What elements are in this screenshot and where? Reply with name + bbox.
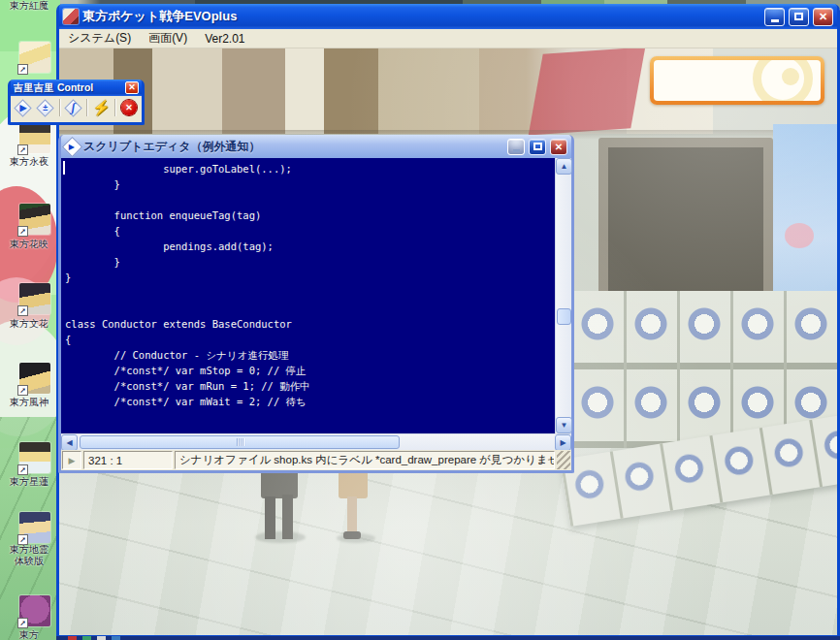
horizontal-scrollbar[interactable]: ◀ ▶ bbox=[61, 433, 571, 450]
vertical-scroll-thumb[interactable] bbox=[557, 308, 571, 325]
desktop-icon-label[interactable]: 東方永夜 bbox=[0, 155, 58, 169]
kirikiri-control-window: 吉里吉里 Control ✕ ▶ ± ʃ ⚡ ✕ bbox=[8, 80, 145, 125]
cursor-position: 321 : 1 bbox=[83, 451, 173, 469]
desktop-icon-label[interactable]: 東方紅魔 bbox=[0, 0, 58, 13]
editor-title: スクリプトエディタ（例外通知） bbox=[83, 139, 503, 155]
menu-view[interactable]: 画面(V) bbox=[140, 28, 196, 48]
stop-x-icon: ✕ bbox=[121, 100, 137, 115]
shortcut-arrow-icon: ➚ bbox=[17, 618, 28, 628]
app-icon bbox=[63, 9, 79, 24]
game-name-frame-inner bbox=[654, 60, 821, 101]
toolbar-separator bbox=[59, 99, 60, 116]
scroll-right-button[interactable]: ▶ bbox=[555, 434, 571, 451]
toolbar-separator bbox=[114, 99, 115, 116]
main-menubar: システム(S) 画面(V) Ver2.01 bbox=[59, 29, 837, 48]
scroll-left-button[interactable]: ◀ bbox=[61, 434, 78, 451]
shortcut-arrow-icon: ➚ bbox=[17, 64, 28, 75]
menu-version[interactable]: Ver2.01 bbox=[196, 30, 253, 48]
bg-tv-screen bbox=[598, 138, 773, 304]
maximize-button[interactable] bbox=[789, 8, 809, 26]
editor-statusbar: ▶ 321 : 1 シナリオファイル shop.ks 内にラベル *card_d… bbox=[61, 450, 571, 470]
desktop-icon-eiyashou[interactable]: ➚ bbox=[19, 122, 50, 153]
shortcut-arrow-icon: ➚ bbox=[17, 385, 28, 396]
vertical-scrollbar[interactable]: ▲ ▼ bbox=[555, 158, 571, 433]
shortcut-arrow-icon: ➚ bbox=[17, 464, 28, 475]
plus-minus-icon: ± bbox=[43, 104, 48, 112]
control-toolbar: ▶ ± ʃ ⚡ ✕ bbox=[11, 96, 142, 119]
horizontal-scroll-track[interactable] bbox=[78, 434, 555, 450]
desktop-icon-label[interactable]: 東方花映 bbox=[0, 238, 58, 251]
bg-person bbox=[265, 496, 275, 539]
desktop-icon-label[interactable]: 東方 bbox=[0, 628, 58, 640]
editor-maximize-button[interactable] bbox=[529, 139, 546, 155]
scroll-down-button[interactable]: ▼ bbox=[556, 417, 572, 433]
desktop-icon-fuujinroku[interactable]: ➚ bbox=[19, 363, 50, 394]
script-editor-window: ▶ スクリプトエディタ（例外通知） ✕ super.goToLabel(...)… bbox=[58, 135, 574, 473]
bg-person bbox=[343, 531, 361, 539]
editor-play-icon: ▶ bbox=[62, 136, 82, 156]
taskbar-fragment bbox=[112, 636, 120, 640]
bg-red-banner bbox=[529, 48, 646, 136]
code-text: super.goToLabel(...); } function enqueue… bbox=[61, 158, 555, 409]
play-icon: ▶ bbox=[19, 104, 26, 112]
bg-person bbox=[347, 496, 357, 535]
desktop-icon-kaeizuka[interactable]: ➚ bbox=[19, 204, 50, 235]
desktop-icon-bunkachou[interactable]: ➚ bbox=[19, 283, 50, 314]
shortcut-arrow-icon: ➚ bbox=[17, 226, 28, 237]
taskbar-sliver bbox=[56, 636, 840, 640]
desktop-icon-chireiden[interactable]: ➚ bbox=[19, 512, 50, 543]
menu-system[interactable]: システム(S) bbox=[59, 28, 140, 48]
desktop-icon-label[interactable]: 東方星蓮 bbox=[0, 475, 58, 489]
editor-close-button[interactable]: ✕ bbox=[550, 139, 567, 155]
taskbar-fragment bbox=[82, 636, 91, 640]
taskbar-fragment bbox=[68, 636, 77, 640]
control-close-button[interactable]: ✕ bbox=[125, 81, 139, 94]
desktop-icon-label[interactable]: 東方文花 bbox=[0, 317, 58, 331]
game-name-frame bbox=[650, 56, 824, 105]
desktop-icon-label-line2[interactable]: 体験版 bbox=[0, 555, 58, 568]
script-icon: ʃ bbox=[72, 102, 76, 113]
vertical-scroll-track[interactable] bbox=[556, 175, 571, 417]
code-editor[interactable]: super.goToLabel(...); } function enqueue… bbox=[61, 158, 555, 433]
main-window-title: 東方ポケット戦争EVOplus bbox=[82, 8, 760, 25]
text-caret bbox=[63, 161, 65, 175]
horizontal-scroll-thumb[interactable] bbox=[80, 435, 400, 449]
scroll-up-button[interactable]: ▲ bbox=[556, 158, 572, 175]
desktop-icon-label[interactable]: 東方風神 bbox=[0, 396, 58, 409]
main-window-titlebar[interactable]: 東方ポケット戦争EVOplus ✕ bbox=[59, 4, 837, 29]
editor-titlebar[interactable]: ▶ スクリプトエディタ（例外通知） ✕ bbox=[61, 135, 571, 158]
yinyang-dot-icon bbox=[782, 68, 799, 85]
shortcut-arrow-icon: ➚ bbox=[17, 305, 28, 316]
step-button[interactable]: ± bbox=[35, 98, 56, 118]
editor-minimize-button[interactable] bbox=[507, 139, 525, 155]
resize-grip[interactable] bbox=[557, 451, 570, 469]
run-button[interactable]: ▶ bbox=[13, 98, 34, 118]
reload-button[interactable]: ⚡ bbox=[90, 98, 112, 118]
desktop-icon-koumakyou[interactable]: ➚ bbox=[19, 42, 50, 73]
desktop-icon-bottom[interactable]: ➚ bbox=[19, 595, 50, 626]
lightning-icon: ⚡ bbox=[92, 99, 111, 116]
script-button[interactable]: ʃ bbox=[63, 98, 84, 118]
control-titlebar[interactable]: 吉里吉里 Control ✕ bbox=[11, 80, 142, 96]
run-indicator-icon[interactable]: ▶ bbox=[62, 451, 81, 469]
shortcut-arrow-icon: ➚ bbox=[17, 144, 28, 155]
minimize-button[interactable] bbox=[764, 8, 785, 26]
stop-button[interactable]: ✕ bbox=[118, 98, 140, 118]
bg-person bbox=[282, 495, 293, 539]
close-button[interactable]: ✕ bbox=[813, 8, 833, 26]
bg-poster-detail bbox=[785, 223, 814, 248]
taskbar-fragment bbox=[97, 636, 106, 640]
toolbar-separator bbox=[86, 99, 87, 116]
desktop-icon-seirensen[interactable]: ➚ bbox=[19, 442, 50, 473]
status-message: シナリオファイル shop.ks 内にラベル *card_draw_prepar… bbox=[175, 451, 555, 469]
control-title: 吉里吉里 Control bbox=[14, 81, 121, 95]
bg-shadow bbox=[255, 531, 306, 543]
